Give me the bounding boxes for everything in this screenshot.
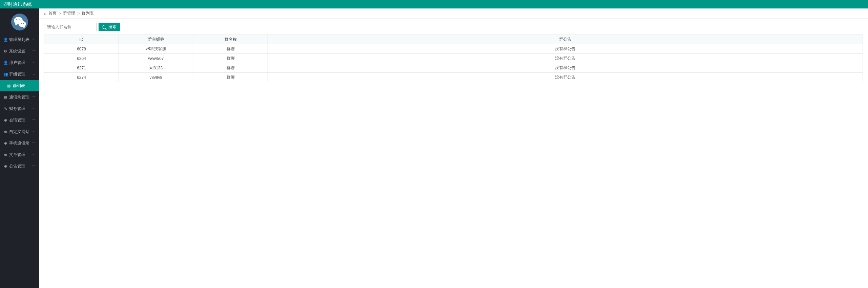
cell-notice: 没有群公告 <box>268 54 863 63</box>
breadcrumb-home[interactable]: 首页 <box>48 10 57 16</box>
globe-icon: ⊕ <box>3 164 7 169</box>
sidebar-item-label: 群组管理 <box>9 71 25 77</box>
sidebar-item-label: 通讯录管理 <box>9 94 29 100</box>
chevron-down-icon: ﹀ <box>32 141 36 146</box>
logo-wrap <box>0 8 39 34</box>
sidebar-subitem-label: 群列表 <box>13 83 25 89</box>
chevron-down-icon: ﹀ <box>32 129 36 134</box>
sidebar-item-label: 公告管理 <box>9 163 25 169</box>
chevron-down-icon: ﹀ <box>32 49 36 53</box>
cell-owner: www567 <box>119 54 193 63</box>
sidebar-item-article-mgmt[interactable]: ⊕ 文章管理 ﹀ <box>0 149 39 160</box>
sidebar-item-label: 财务管理 <box>9 106 25 112</box>
cell-name: 群聊 <box>193 44 268 54</box>
breadcrumb-level1[interactable]: 群管理 <box>63 10 75 16</box>
users-icon: 👥 <box>3 72 7 76</box>
search-icon <box>102 25 107 29</box>
sidebar-item-contacts-mgmt[interactable]: ▤ 通讯录管理 ﹀ <box>0 91 39 103</box>
table-row[interactable]: 6271 xd8133 群聊 没有群公告 <box>44 63 863 73</box>
sidebar-item-admins[interactable]: 👤 管理员列表 ﹀ <box>0 34 39 45</box>
chevron-down-icon: ﹀ <box>32 95 36 99</box>
col-header-notice: 群公告 <box>268 35 863 44</box>
sidebar-item-system-settings[interactable]: ⚙ 系统设置 ﹀ <box>0 45 39 57</box>
breadcrumb-sep: > <box>77 11 80 16</box>
cell-owner: v8v8v8 <box>119 73 193 82</box>
chevron-down-icon: ﹀ <box>32 106 36 111</box>
table-header-row: ID 群主昵称 群名称 群公告 <box>44 35 863 44</box>
sidebar: 👤 管理员列表 ﹀ ⚙ 系统设置 ﹀ 👤 用户管理 ﹀ 👥 群组管理 <box>0 8 39 288</box>
sidebar-item-label: 文章管理 <box>9 152 25 158</box>
cell-owner: xd8133 <box>119 63 193 73</box>
user-icon: 👤 <box>3 38 7 42</box>
chevron-down-icon: ﹀ <box>32 60 36 65</box>
chevron-down-icon: ﹀ <box>32 118 36 123</box>
globe-icon: ⊕ <box>3 118 7 123</box>
sidebar-item-label: 自定义网站 <box>9 129 29 135</box>
sidebar-item-label: 用户管理 <box>9 60 25 66</box>
cell-notice: 没有群公告 <box>268 44 863 54</box>
sidebar-item-user-mgmt[interactable]: 👤 用户管理 ﹀ <box>0 57 39 68</box>
sidebar-item-label: 系统设置 <box>9 48 25 54</box>
cell-name: 群聊 <box>193 63 268 73</box>
content-body: 搜索 ID 群主昵称 群名称 群公告 6078 <box>39 19 868 86</box>
sidebar-item-session-mgmt[interactable]: ⊕ 会话管理 ﹀ <box>0 114 39 126</box>
list-icon: ▥ <box>7 84 11 88</box>
breadcrumb-sep: > <box>59 11 61 16</box>
search-button[interactable]: 搜索 <box>99 23 120 31</box>
app-title: 即时通讯系统 <box>3 1 32 7</box>
cell-notice: 没有群公告 <box>268 63 863 73</box>
cell-owner: v8科技客服 <box>119 44 193 54</box>
main-panel: ⌂ 首页 > 群管理 > 群列表 搜索 ID <box>39 8 868 288</box>
cell-name: 群聊 <box>193 54 268 63</box>
search-input[interactable] <box>44 23 97 31</box>
cell-id: 6078 <box>44 44 119 54</box>
globe-icon: ⊕ <box>3 141 7 146</box>
cell-id: 6264 <box>44 54 119 63</box>
cell-id: 6271 <box>44 63 119 73</box>
sidebar-item-announce-mgmt[interactable]: ⊕ 公告管理 ﹀ <box>0 160 39 172</box>
col-header-owner: 群主昵称 <box>119 35 193 44</box>
user-icon: 👤 <box>3 61 7 65</box>
sidebar-item-label: 手机通讯录 <box>9 140 29 146</box>
table-row[interactable]: 6274 v8v8v8 群聊 没有群公告 <box>44 73 863 82</box>
sidebar-subitem-group-list[interactable]: ▥ 群列表 <box>0 80 39 91</box>
breadcrumb-level2: 群列表 <box>82 10 94 16</box>
cell-id: 6274 <box>44 73 119 82</box>
search-button-label: 搜索 <box>108 24 117 30</box>
app-logo-icon <box>11 14 28 30</box>
home-icon: ⌂ <box>44 11 46 16</box>
sidebar-item-custom-site[interactable]: ⊕ 自定义网站 ﹀ <box>0 126 39 137</box>
col-header-name: 群名称 <box>193 35 268 44</box>
col-header-id: ID <box>44 35 119 44</box>
gear-icon: ⚙ <box>3 49 7 53</box>
sidebar-item-group-mgmt[interactable]: 👥 群组管理 ︿ <box>0 68 39 80</box>
chevron-up-icon: ︿ <box>32 72 36 76</box>
sidebar-item-phone-contacts[interactable]: ⊕ 手机通讯录 ﹀ <box>0 137 39 149</box>
top-header: 即时通讯系统 <box>0 0 868 8</box>
group-table: ID 群主昵称 群名称 群公告 6078 v8科技客服 群聊 没有群公告 626… <box>44 35 863 82</box>
doc-icon: ✎ <box>3 107 7 111</box>
chevron-down-icon: ﹀ <box>32 37 36 42</box>
globe-icon: ⊕ <box>3 153 7 157</box>
cell-notice: 没有群公告 <box>268 73 863 82</box>
cell-name: 群聊 <box>193 73 268 82</box>
breadcrumb: ⌂ 首页 > 群管理 > 群列表 <box>39 8 868 19</box>
sidebar-item-label: 会话管理 <box>9 117 25 123</box>
globe-icon: ⊕ <box>3 130 7 134</box>
table-row[interactable]: 6078 v8科技客服 群聊 没有群公告 <box>44 44 863 54</box>
chevron-down-icon: ﹀ <box>32 152 36 157</box>
table-row[interactable]: 6264 www567 群聊 没有群公告 <box>44 54 863 63</box>
search-row: 搜索 <box>44 23 863 31</box>
book-icon: ▤ <box>3 95 7 99</box>
sidebar-item-label: 管理员列表 <box>9 37 29 43</box>
chevron-down-icon: ﹀ <box>32 164 36 169</box>
sidebar-item-finance-mgmt[interactable]: ✎ 财务管理 ﹀ <box>0 103 39 114</box>
